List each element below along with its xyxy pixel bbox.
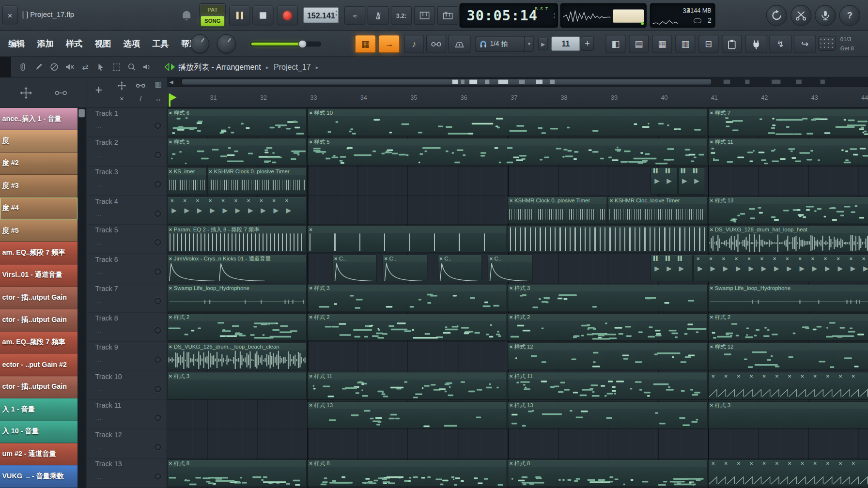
time-display-panel[interactable]: 30:05:14 B:S:T ▴▾ (460, 3, 558, 28)
cut-tool-button[interactable] (790, 5, 811, 26)
clip[interactable]: ×样式 7 (708, 108, 868, 136)
clip[interactable]: ×样式 3 (308, 284, 508, 311)
piano-roll-window-button[interactable]: ▤ (629, 35, 649, 53)
breadcrumb[interactable]: 播放列表 - Arrangement▸Project_17▸ (178, 57, 324, 78)
clip[interactable]: ×样式 5 (167, 137, 307, 165)
clip[interactable]: ×样式 2 (167, 313, 307, 341)
picker-scrollbar[interactable] (78, 108, 86, 488)
playlist-lane[interactable]: ×DS_VUKG_126_drum.._loop_beach_clean×样式 … (167, 342, 868, 371)
clip[interactable]: ×Param. EQ 2 - 插入 8 - 频段 7 频率 (167, 226, 307, 253)
typing-keyboard-button[interactable] (818, 36, 836, 51)
clip[interactable]: ▌▌▌▌▶▶ (651, 167, 678, 195)
keyboard-piano-button[interactable] (414, 6, 435, 25)
clip-mute-x[interactable]: × (710, 285, 713, 291)
focus-indicator-icon[interactable] (164, 63, 176, 71)
menu-item-样式[interactable]: 样式 (60, 31, 88, 57)
sync-button[interactable] (766, 5, 787, 26)
touch-button[interactable]: ↯ (770, 35, 792, 53)
playlist-lane[interactable]: ×样式 3×样式 11×样式 11×××××××××××× (167, 371, 868, 400)
pattern-increment-button[interactable]: + (581, 36, 594, 51)
picker-item[interactable]: ector - ..put Gain #2 (0, 354, 78, 376)
clip-mute-x[interactable]: × (710, 139, 713, 145)
link-nodes-icon[interactable] (54, 90, 67, 96)
clip-mute-x[interactable]: × (710, 343, 713, 350)
track-header[interactable]: Track 2... (86, 137, 167, 166)
clip[interactable]: ×KSHMR Clock 0..plosive Timer (207, 167, 307, 195)
mini-rack-icon[interactable]: ▥ (152, 78, 165, 91)
clip-mute-x[interactable]: × (309, 314, 312, 320)
picker-item[interactable]: 度 #3 (0, 175, 78, 197)
channel-rack-window-button[interactable]: ▦ (652, 35, 672, 53)
stretch-clip-icon[interactable]: ↔ (152, 93, 165, 105)
clip[interactable]: ×Swamp Life_loop_Hydrophone (167, 284, 307, 311)
clip[interactable]: ×KS..imer (167, 167, 207, 195)
clip-mute-x[interactable]: × (510, 197, 513, 203)
time-stepper[interactable]: ▴▾ (554, 12, 555, 19)
tap-tempo-button[interactable]: ≈ (344, 6, 365, 25)
picker-item[interactable]: 入 1 - 音量 (0, 398, 78, 421)
clip[interactable]: ×样式 13 (308, 401, 508, 428)
picker-item[interactable]: ctor - 插..utput Gain (0, 287, 78, 309)
record-button[interactable] (277, 5, 297, 25)
track-header[interactable]: Track 13... (86, 459, 167, 488)
clip-mute-x[interactable]: × (169, 256, 172, 262)
typing-to-piano-button[interactable] (437, 6, 458, 25)
clip[interactable]: ×C.. (383, 255, 427, 282)
pattern-grid-button[interactable]: ▦ (355, 35, 376, 53)
menu-item-编辑[interactable]: 编辑 (2, 31, 31, 57)
clip[interactable]: ×样式 11 (708, 137, 868, 165)
clip-mute-x[interactable]: × (710, 197, 713, 203)
clip[interactable]: ×KSHMR Cloc..losive Timer (608, 196, 708, 224)
paperclip-tool-button[interactable] (16, 61, 30, 74)
picker-item[interactable]: um #2 - 通道音量 (0, 443, 78, 465)
track-header[interactable]: Track 8... (86, 313, 167, 342)
record-arm-button[interactable] (155, 356, 161, 363)
picker-item[interactable]: 度 #5 (0, 220, 78, 242)
master-volume-knob[interactable] (190, 34, 209, 53)
record-arm-button[interactable] (155, 385, 161, 392)
record-arm-button[interactable] (155, 444, 161, 451)
clip-mute-x[interactable]: × (169, 460, 172, 467)
clip-mute-x[interactable]: × (489, 256, 493, 262)
playlist-lane[interactable]: ××××××××××▶▶▶▶▶▶▶▶▶▶×KSHMR Clock 0..plos… (167, 196, 868, 225)
master-pitch-knob[interactable] (217, 34, 236, 53)
menu-item-添加[interactable]: 添加 (31, 31, 60, 57)
clip[interactable]: ×××××××××××× (708, 459, 868, 487)
playlist-lane[interactable]: ×Param. EQ 2 - 插入 8 - 频段 7 频率××DS_VUKG_1… (167, 225, 868, 254)
track-header[interactable]: Track 1... (86, 108, 167, 137)
plugin-button[interactable] (745, 35, 767, 53)
track-header[interactable]: Track 11... (86, 400, 167, 429)
playlist-lane[interactable]: ×样式 8×样式 8×样式 8×××××××××××× (167, 459, 868, 488)
delete-tool-button[interactable] (47, 61, 61, 74)
clip[interactable]: ×JimVirslox - Crys..n Kicks 01 - 通道音量 (167, 255, 307, 282)
clip-mute-x[interactable]: × (384, 256, 388, 262)
playlist-lane[interactable]: ×样式 2×样式 2×样式 2×样式 2 (167, 313, 868, 342)
picker-item[interactable]: ctor - 插..utput Gain (0, 309, 78, 331)
tempo-stepper[interactable]: ▴▾ (336, 9, 337, 17)
track-header[interactable]: Track 12... (86, 429, 167, 458)
clip[interactable]: ▌▌▌▌▶▶ (678, 167, 705, 195)
track-header[interactable]: Track 4... (86, 196, 167, 225)
clip[interactable]: ×C.. (488, 255, 532, 282)
clip[interactable]: ×样式 10 (308, 108, 708, 136)
pedal-button[interactable] (449, 35, 471, 53)
help-button[interactable]: ? (839, 5, 860, 26)
breadcrumb-title[interactable]: 播放列表 - Arrangement (178, 62, 261, 71)
clip[interactable]: ×样式 8 (308, 459, 508, 487)
clip-mute-x[interactable]: × (510, 373, 513, 379)
clip-mute-x[interactable]: × (169, 227, 172, 233)
clip-mute-x[interactable]: × (610, 197, 613, 203)
playlist-lane[interactable]: ×样式 13×样式 13×样式 3 (167, 400, 868, 429)
clip-mute-x[interactable]: × (169, 343, 172, 350)
clip[interactable]: ××××××××××××××▶▶▶▶▶▶▶▶▶▶▶▶▶▶ (693, 255, 868, 282)
clip-mute-x[interactable]: × (510, 314, 513, 320)
picker-item[interactable]: 度 #2 (0, 152, 78, 175)
clip-mute-x[interactable]: × (510, 402, 513, 408)
track-header[interactable]: Track 3... (86, 167, 167, 196)
record-arm-button[interactable] (155, 327, 161, 334)
clip-mute-x[interactable]: × (710, 109, 713, 116)
pat-mode-label[interactable]: PAT (201, 5, 224, 15)
select-tool-button[interactable] (94, 61, 107, 74)
add-button[interactable]: + (95, 83, 103, 97)
playlist-lane[interactable]: ×JimVirslox - Crys..n Kicks 01 - 通道音量×C.… (167, 254, 868, 283)
